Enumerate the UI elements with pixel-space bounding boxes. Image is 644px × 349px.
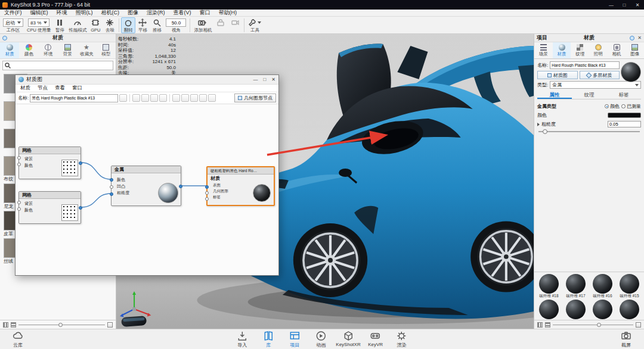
- material-graph-canvas[interactable]: 网格 背景 颜色 网格 背景 颜色: [16, 104, 278, 275]
- library-material[interactable]: [535, 300, 562, 319]
- library-material[interactable]: 碳纤维 #16: [589, 274, 616, 298]
- close-button[interactable]: ✕: [271, 77, 275, 82]
- menu-view[interactable]: 查看: [51, 85, 69, 92]
- material-graph-titlebar[interactable]: 材质图 — □ ✕: [16, 75, 278, 85]
- tab-camera[interactable]: 相机: [608, 42, 626, 58]
- close-icon[interactable]: ✕: [637, 35, 642, 40]
- input-port[interactable]: [110, 185, 113, 189]
- zoom-fit-icon[interactable]: [141, 94, 149, 102]
- tab-materials[interactable]: 材质: [0, 42, 19, 58]
- minimize-button[interactable]: —: [605, 0, 618, 10]
- close-button[interactable]: ✕: [631, 0, 644, 10]
- pause-button[interactable]: 暂停: [52, 17, 67, 33]
- menu-help[interactable]: 帮助(H): [215, 9, 242, 17]
- menu-node[interactable]: 节点: [34, 85, 51, 92]
- tools-button[interactable]: 工具: [246, 17, 263, 33]
- library-material[interactable]: [562, 300, 589, 319]
- menu-file[interactable]: 文件(F): [0, 9, 26, 17]
- node-material-root[interactable]: 硬粗糙塑料黑色 Hard Ro… 材质 表面 几何图形 标签: [206, 166, 275, 206]
- dolly-button[interactable]: 推移: [150, 17, 164, 33]
- maximize-button[interactable]: □: [263, 77, 266, 82]
- tab-scene[interactable]: 场景: [534, 42, 553, 58]
- camera-cycle-button[interactable]: [228, 17, 242, 33]
- tab-environments[interactable]: 环境: [39, 42, 58, 58]
- minimize-button[interactable]: —: [253, 77, 258, 82]
- menu-window[interactable]: 窗口: [196, 9, 215, 17]
- cpu-usage-dropdown[interactable]: 83 % CPU 使用量: [25, 17, 52, 33]
- output-port[interactable]: [79, 206, 82, 210]
- material-graph-window[interactable]: 材质图 — □ ✕ 材质 节点 查看 窗口 名称:: [15, 74, 279, 276]
- menu-material[interactable]: 材质: [17, 85, 34, 92]
- pin-icon[interactable]: [630, 36, 634, 40]
- zoom-in-icon[interactable]: [132, 94, 140, 102]
- menu-camera[interactable]: 相机(C): [97, 9, 124, 17]
- library-material[interactable]: [589, 300, 616, 319]
- cut-icon[interactable]: [172, 94, 180, 102]
- subtab-textures[interactable]: 纹理: [572, 91, 606, 99]
- input-port[interactable]: [110, 178, 113, 182]
- import-button[interactable]: 导入: [229, 330, 255, 348]
- grid-view-icon[interactable]: [3, 322, 8, 328]
- library-material[interactable]: 碳纤维 #18: [535, 274, 562, 298]
- graph-name-input[interactable]: [30, 94, 118, 102]
- tumble-button[interactable]: 翻转: [121, 17, 135, 33]
- add-camera-button[interactable]: 添加相机: [192, 17, 213, 33]
- paste-icon[interactable]: [190, 94, 198, 102]
- library-material[interactable]: 碳纤维 #15: [616, 274, 643, 298]
- capsule-object[interactable]: [121, 316, 147, 327]
- thumbnail-size-slider[interactable]: [553, 322, 633, 327]
- subtab-labels[interactable]: 标签: [606, 91, 641, 99]
- material-name-input[interactable]: [550, 61, 620, 69]
- input-port[interactable]: [17, 163, 21, 166]
- multi-material-button[interactable]: 多层材质: [580, 71, 620, 79]
- input-port[interactable]: [205, 197, 209, 201]
- menu-view[interactable]: 查看(V): [169, 9, 196, 17]
- material-type-select[interactable]: 金属: [550, 81, 641, 89]
- car-mirror[interactable]: [339, 169, 352, 177]
- menu-render[interactable]: 渲染(R): [143, 9, 169, 17]
- material-preview-sphere[interactable]: [621, 62, 641, 82]
- project-button[interactable]: 项目: [281, 330, 308, 348]
- cloud-library-button[interactable]: 云库: [5, 330, 31, 348]
- denoise-button[interactable]: 去噪: [103, 17, 117, 33]
- tab-models[interactable]: 模型: [97, 42, 116, 58]
- output-port[interactable]: [179, 185, 182, 188]
- node-grid-1[interactable]: 网格 背景 颜色: [18, 147, 81, 179]
- list-view-icon[interactable]: [545, 322, 550, 328]
- menu-environment[interactable]: 环境: [52, 9, 72, 17]
- preview-icon[interactable]: [199, 94, 207, 102]
- tab-image[interactable]: 图像: [626, 42, 644, 58]
- roughness-input[interactable]: [608, 121, 641, 127]
- workspace-dropdown[interactable]: 启动 工作区: [1, 17, 25, 33]
- library-material[interactable]: 碳纤维 #17: [562, 274, 589, 298]
- render-button[interactable]: 渲染: [389, 330, 415, 348]
- fov-input[interactable]: [166, 18, 186, 27]
- settings-icon[interactable]: [208, 94, 216, 102]
- geometry-node-button[interactable]: 几何图形节点: [234, 94, 276, 102]
- input-port[interactable]: [17, 156, 21, 160]
- gpu-button[interactable]: GPU: [88, 17, 103, 33]
- library-search-input[interactable]: [13, 63, 111, 68]
- animation-button[interactable]: 动画: [308, 330, 334, 348]
- output-port[interactable]: [79, 161, 82, 165]
- car-front-wheel[interactable]: [293, 223, 367, 297]
- input-port[interactable]: [110, 192, 113, 196]
- node-metal[interactable]: 金属 颜色 凹凸 粗糙度: [111, 166, 181, 206]
- input-port[interactable]: [205, 191, 209, 195]
- camera-lock-button[interactable]: [213, 17, 228, 33]
- list-view-icon[interactable]: [11, 322, 16, 328]
- maximize-button[interactable]: □: [618, 0, 631, 10]
- tab-favorites[interactable]: ★收藏夹: [77, 42, 96, 58]
- grid-snap-icon[interactable]: [159, 94, 167, 102]
- input-port[interactable]: [205, 185, 209, 189]
- roughness-slider[interactable]: [538, 129, 640, 135]
- menu-edit[interactable]: 编辑(E): [26, 9, 52, 17]
- save-icon[interactable]: [119, 94, 127, 102]
- tab-material[interactable]: 材质: [553, 42, 571, 58]
- pan-button[interactable]: 平移: [135, 17, 150, 33]
- screenshot-button[interactable]: 截屏: [613, 330, 639, 348]
- keyvr-button[interactable]: KeyVR: [363, 330, 389, 348]
- tab-backplates[interactable]: 背景: [58, 42, 77, 58]
- library-material[interactable]: [616, 300, 643, 319]
- grid-view-icon[interactable]: [537, 322, 543, 328]
